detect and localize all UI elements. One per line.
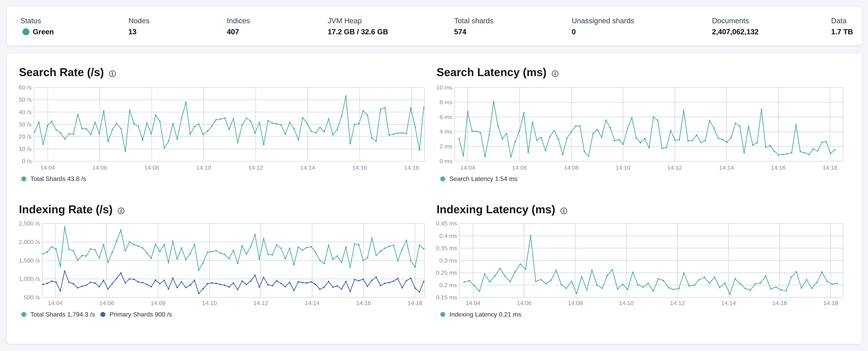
svg-text:0 /s: 0 /s [22, 158, 32, 164]
svg-text:14:14: 14:14 [719, 164, 734, 171]
svg-text:2,000 /s: 2,000 /s [19, 239, 40, 245]
svg-text:14:16: 14:16 [772, 300, 787, 306]
svg-text:0.3 ms: 0.3 ms [439, 257, 457, 264]
svg-text:0.45 ms: 0.45 ms [436, 220, 457, 226]
svg-text:14:08: 14:08 [568, 300, 583, 306]
svg-text:0 ms: 0 ms [439, 158, 452, 164]
svg-text:14:08: 14:08 [564, 164, 579, 171]
svg-text:6 ms: 6 ms [439, 114, 452, 120]
svg-text:2 ms: 2 ms [439, 143, 452, 149]
svg-text:14:06: 14:06 [517, 300, 531, 306]
svg-text:0.25 ms: 0.25 ms [436, 270, 457, 276]
svg-text:50 /s: 50 /s [19, 96, 32, 103]
svg-text:14:18: 14:18 [823, 164, 837, 171]
svg-text:10 /s: 10 /s [19, 146, 32, 152]
svg-text:60 /s: 60 /s [19, 84, 32, 91]
svg-text:14:04: 14:04 [466, 300, 480, 306]
svg-text:14:14: 14:14 [721, 300, 736, 306]
svg-text:14:18: 14:18 [408, 300, 422, 306]
svg-text:0.15 ms: 0.15 ms [436, 294, 457, 301]
svg-text:0.4 ms: 0.4 ms [439, 233, 457, 239]
svg-text:14:10: 14:10 [196, 164, 211, 171]
svg-text:30 /s: 30 /s [19, 121, 32, 128]
svg-text:14:14: 14:14 [300, 164, 315, 171]
svg-text:14:06: 14:06 [512, 164, 527, 171]
svg-text:1,000 /s: 1,000 /s [19, 276, 40, 282]
svg-text:0.2 ms: 0.2 ms [439, 282, 457, 288]
svg-text:14:16: 14:16 [356, 300, 371, 306]
svg-text:2,500 /s: 2,500 /s [19, 220, 40, 226]
svg-text:14:06: 14:06 [99, 300, 114, 306]
svg-text:40 /s: 40 /s [19, 109, 32, 115]
svg-text:1,500 /s: 1,500 /s [19, 257, 40, 264]
svg-text:8 ms: 8 ms [439, 99, 452, 105]
svg-text:14:16: 14:16 [352, 164, 367, 171]
svg-text:14:06: 14:06 [92, 164, 107, 171]
svg-text:14:10: 14:10 [616, 164, 630, 171]
svg-text:4 ms: 4 ms [439, 128, 452, 135]
svg-text:14:12: 14:12 [670, 300, 685, 306]
svg-text:0.35 ms: 0.35 ms [436, 245, 457, 251]
svg-text:14:04: 14:04 [48, 300, 63, 306]
svg-text:10 ms: 10 ms [436, 84, 452, 91]
svg-text:14:12: 14:12 [253, 300, 268, 306]
svg-text:14:18: 14:18 [404, 164, 419, 171]
svg-text:14:08: 14:08 [144, 164, 159, 171]
svg-text:20 /s: 20 /s [19, 133, 32, 140]
svg-text:14:16: 14:16 [771, 164, 785, 171]
svg-text:500 /s: 500 /s [24, 294, 40, 301]
svg-text:14:14: 14:14 [305, 300, 319, 306]
svg-text:14:04: 14:04 [460, 164, 475, 171]
svg-text:14:08: 14:08 [151, 300, 165, 306]
svg-text:14:18: 14:18 [823, 300, 838, 306]
svg-text:14:12: 14:12 [668, 164, 682, 171]
svg-text:14:10: 14:10 [202, 300, 217, 306]
svg-text:14:10: 14:10 [619, 300, 633, 306]
svg-text:14:04: 14:04 [40, 164, 55, 171]
svg-text:14:12: 14:12 [248, 164, 263, 171]
